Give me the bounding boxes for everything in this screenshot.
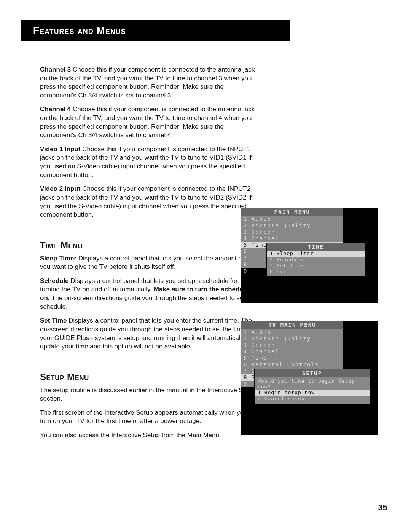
osd-setup-submenu: SETUP Would you like to begin Setup now?… xyxy=(254,369,370,404)
osd-setup-sub-item: 2 Cancel setup xyxy=(255,396,370,402)
heading-setup-menu: Setup Menu xyxy=(40,371,259,383)
osd-time-menu: MAIN MENU 1 Audio2 Picture Quality3 Scre… xyxy=(241,208,378,303)
label-video1: Video 1 Input xyxy=(40,145,80,153)
paragraph-sleep-timer: Sleep Timer Displays a control panel tha… xyxy=(40,254,259,272)
osd-tvmain-item: 6 Parental Controls xyxy=(241,361,343,368)
paragraph-video2: Video 2 Input Choose this if your compon… xyxy=(40,185,259,219)
section-header-title: Features and Menus xyxy=(33,24,126,37)
osd-time-sub-item: 3 Set Time xyxy=(267,263,365,269)
osd-setup-sub-header: SETUP xyxy=(255,369,370,377)
osd-time-submenu: TIME 1 Sleep Timer2 Schedule3 Set Time0 … xyxy=(266,243,365,277)
label-channel4: Channel 4 xyxy=(40,105,71,113)
section-header-bar: Features and Menus xyxy=(21,20,290,41)
osd-time-sub-item: 1 Sleep Timer xyxy=(267,251,365,257)
paragraph-set-time: Set Time Displays a control panel that l… xyxy=(40,316,259,351)
osd-time-sub-header: TIME xyxy=(267,243,365,251)
osd-setup-question: Would you like to begin Setup now? xyxy=(255,377,370,390)
osd-tvmain-item: 2 Picture Quality xyxy=(241,335,343,342)
osd-main-item: 2 Picture Quality xyxy=(241,222,343,229)
paragraph-setup-2: The first screen of the Interactive Setu… xyxy=(40,409,259,426)
osd-tvmain-item: 4 Channel xyxy=(241,348,343,355)
label-video2: Video 2 Input xyxy=(40,185,80,192)
label-sleep-timer: Sleep Timer xyxy=(40,255,76,262)
osd-tvmain-header: TV MAIN MENU xyxy=(241,321,343,329)
osd-main-header: MAIN MENU xyxy=(241,208,343,216)
osd-tvmain-item: 3 Screen xyxy=(241,342,343,348)
body-text: Channel 3 Choose this if your component … xyxy=(40,66,259,440)
label-schedule: Schedule xyxy=(40,277,69,284)
osd-main-item: 1 Audio xyxy=(241,216,343,222)
label-set-time: Set Time xyxy=(40,317,67,324)
osd-main-item: 3 Screen xyxy=(241,229,343,235)
paragraph-channel3: Channel 3 Choose this if your component … xyxy=(40,66,259,100)
paragraph-video1: Video 1 Input Choose this if your compon… xyxy=(40,145,259,179)
osd-time-sub-item: 2 Schedule xyxy=(267,257,365,263)
paragraph-schedule: Schedule Displays a control panel that l… xyxy=(40,277,259,311)
page-number: 35 xyxy=(378,502,387,513)
paragraph-channel4: Channel 4 Choose this if your component … xyxy=(40,105,259,139)
osd-tvmain-item: 1 Audio xyxy=(241,329,343,335)
label-channel3: Channel 3 xyxy=(40,66,71,73)
osd-main-item: 4 Channel xyxy=(241,235,343,242)
osd-time-sub-item: 0 Exit xyxy=(267,269,365,275)
osd-setup-menu: TV MAIN MENU 1 Audio2 Picture Quality3 S… xyxy=(241,321,378,435)
paragraph-setup-3: You can also access the Interactive Setu… xyxy=(40,431,259,440)
osd-setup-sub-item: 1 Begin setup now xyxy=(255,390,370,396)
osd-tvmain-item: 5 Time xyxy=(241,355,343,361)
heading-time-menu: Time Menu xyxy=(40,239,259,251)
paragraph-setup-1: The setup routine is discussed earlier i… xyxy=(40,386,259,403)
